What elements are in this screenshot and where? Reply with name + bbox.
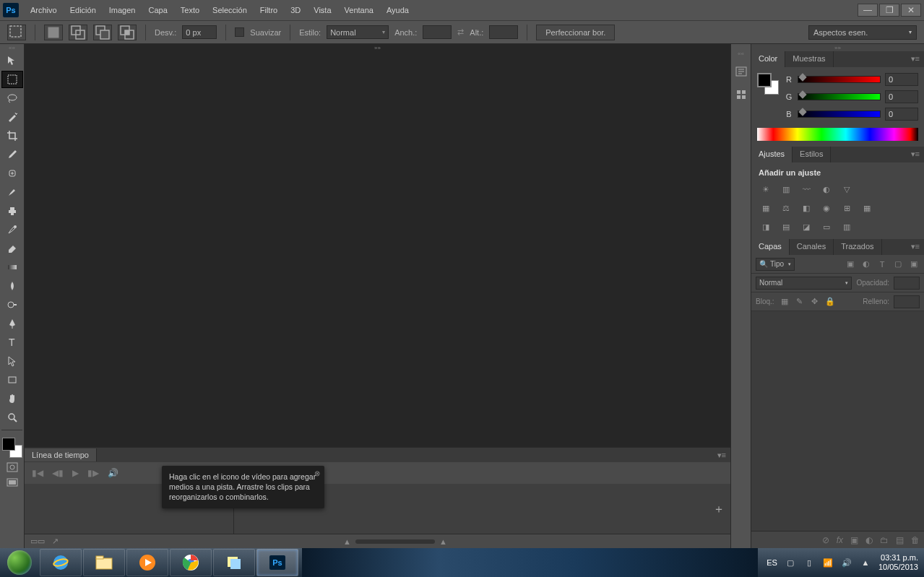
tray-clock[interactable]: 03:31 p.m. 10/05/2013	[878, 553, 918, 572]
taskbar-chrome[interactable]	[170, 549, 212, 576]
menu-ayuda[interactable]: Ayuda	[381, 3, 415, 17]
color-lookup-icon[interactable]: ▦	[860, 201, 874, 214]
menu-seleccion[interactable]: Selección	[207, 3, 253, 17]
tab-ajustes[interactable]: Ajustes	[751, 147, 793, 162]
screen-mode-button[interactable]	[1, 477, 23, 490]
style-select[interactable]: Normal▾	[327, 25, 389, 39]
timeline-tab[interactable]: Línea de tiempo	[25, 448, 97, 461]
menu-3d[interactable]: 3D	[285, 3, 306, 17]
grip-icon[interactable]: ««	[731, 50, 751, 57]
panel-menu-icon[interactable]: ▾≡	[907, 51, 924, 67]
history-panel-icon[interactable]	[733, 63, 750, 80]
quick-mask-button[interactable]	[1, 461, 23, 474]
blend-mode-select[interactable]: Normal▾	[756, 277, 852, 290]
taskbar-sticky-notes[interactable]	[213, 549, 255, 576]
panel-menu-icon[interactable]: ▾≡	[713, 451, 730, 460]
hand-tool[interactable]	[1, 390, 23, 407]
menu-ventana[interactable]: Ventana	[339, 3, 379, 17]
zoom-tool[interactable]	[1, 409, 23, 426]
go-first-frame-button[interactable]: ▮◀	[32, 468, 43, 478]
workspace-switcher[interactable]: Aspectos esen.▾	[808, 25, 917, 40]
start-button[interactable]	[0, 548, 39, 577]
filter-type-icon[interactable]: T	[876, 259, 888, 270]
panel-menu-icon[interactable]: ▾≡	[907, 239, 924, 255]
link-layers-icon[interactable]: ⊘	[822, 535, 829, 545]
r-input[interactable]	[885, 73, 918, 86]
height-input[interactable]	[489, 25, 518, 39]
tab-trazados[interactable]: Trazados	[834, 239, 881, 255]
refine-edge-button[interactable]: Perfeccionar bor.	[536, 25, 615, 40]
new-layer-icon[interactable]: ▤	[896, 535, 904, 545]
properties-panel-icon[interactable]	[733, 86, 750, 103]
posterize-icon[interactable]: ▤	[779, 220, 793, 233]
lock-transparent-icon[interactable]: ▦	[779, 296, 790, 308]
tray-network-icon[interactable]: 📶	[822, 557, 834, 568]
group-icon[interactable]: 🗀	[880, 535, 889, 545]
vibrance-icon[interactable]: ▽	[839, 183, 854, 196]
tooltip-close-icon[interactable]: ⊗	[314, 469, 320, 479]
tray-flag-icon[interactable]: ▢	[785, 557, 796, 568]
panel-menu-icon[interactable]: ▾≡	[907, 147, 924, 162]
delete-layer-icon[interactable]: 🗑	[911, 535, 920, 545]
swap-wh-icon[interactable]: ⇄	[457, 27, 464, 37]
tray-drive-icon[interactable]: ▲	[860, 557, 871, 568]
opacity-input[interactable]	[894, 277, 920, 290]
canvas[interactable]	[25, 51, 730, 447]
hue-icon[interactable]: ▦	[759, 201, 773, 214]
invert-icon[interactable]: ◨	[759, 220, 773, 233]
filter-adjust-icon[interactable]: ◐	[860, 259, 872, 270]
tab-muestras[interactable]: Muestras	[785, 51, 833, 67]
crop-tool[interactable]	[1, 127, 23, 144]
menu-edicion[interactable]: Edición	[64, 3, 102, 17]
menu-filtro[interactable]: Filtro	[254, 3, 283, 17]
color-balance-icon[interactable]: ⚖	[779, 201, 793, 214]
g-slider[interactable]	[798, 93, 881, 100]
color-swatches[interactable]	[2, 438, 22, 458]
timeline-zoom-slider[interactable]	[355, 539, 435, 544]
levels-icon[interactable]: ▥	[779, 183, 793, 196]
prev-frame-button[interactable]: ◀▮	[52, 468, 64, 478]
intersect-selection-button[interactable]	[118, 25, 137, 40]
rectangle-tool[interactable]	[1, 371, 23, 389]
eraser-tool[interactable]	[1, 240, 23, 257]
timeline-options-icon[interactable]: ▭▭	[30, 537, 45, 546]
taskbar-photoshop[interactable]: Ps	[256, 549, 298, 576]
blur-tool[interactable]	[1, 277, 23, 295]
history-brush-tool[interactable]	[1, 221, 23, 238]
add-track-button[interactable]: ＋	[713, 501, 725, 516]
maximize-button[interactable]: ❐	[879, 4, 899, 17]
b-input[interactable]	[885, 108, 918, 121]
r-slider[interactable]	[798, 76, 881, 83]
clone-stamp-tool[interactable]	[1, 202, 23, 220]
layer-mask-icon[interactable]: ▣	[850, 535, 858, 545]
zoom-out-icon[interactable]: ▲	[343, 537, 351, 546]
eyedropper-tool[interactable]	[1, 146, 23, 163]
brightness-icon[interactable]: ☀	[759, 183, 773, 196]
spectrum-bar[interactable]	[757, 128, 918, 141]
dodge-tool[interactable]	[1, 296, 23, 313]
tray-battery-icon[interactable]: ▯	[803, 557, 815, 568]
marquee-tool[interactable]	[1, 71, 23, 88]
new-selection-button[interactable]	[44, 25, 63, 40]
language-indicator[interactable]: ES	[767, 558, 777, 567]
filter-smart-icon[interactable]: ▣	[908, 259, 920, 270]
antialias-checkbox[interactable]	[235, 27, 244, 37]
exposure-icon[interactable]: ◐	[819, 183, 834, 196]
filter-pixel-icon[interactable]: ▣	[845, 259, 856, 270]
fill-input[interactable]	[894, 295, 920, 308]
tab-estilos[interactable]: Estilos	[793, 147, 831, 162]
next-frame-button[interactable]: ▮▶	[87, 468, 99, 478]
width-input[interactable]	[423, 25, 452, 39]
pen-tool[interactable]	[1, 315, 23, 332]
photo-filter-icon[interactable]: ◉	[819, 201, 834, 214]
grip-icon[interactable]: ««	[0, 44, 24, 51]
foreground-color-swatch[interactable]	[2, 438, 15, 451]
filter-shape-icon[interactable]: ▢	[892, 259, 904, 270]
magic-wand-tool[interactable]	[1, 108, 23, 126]
taskbar-media-player[interactable]	[126, 549, 168, 576]
play-button[interactable]: ▶	[72, 468, 79, 478]
close-button[interactable]: ✕	[901, 4, 921, 17]
adjustment-layer-icon[interactable]: ◐	[865, 535, 873, 545]
subtract-selection-button[interactable]	[93, 25, 112, 40]
menu-texto[interactable]: Texto	[175, 3, 205, 17]
